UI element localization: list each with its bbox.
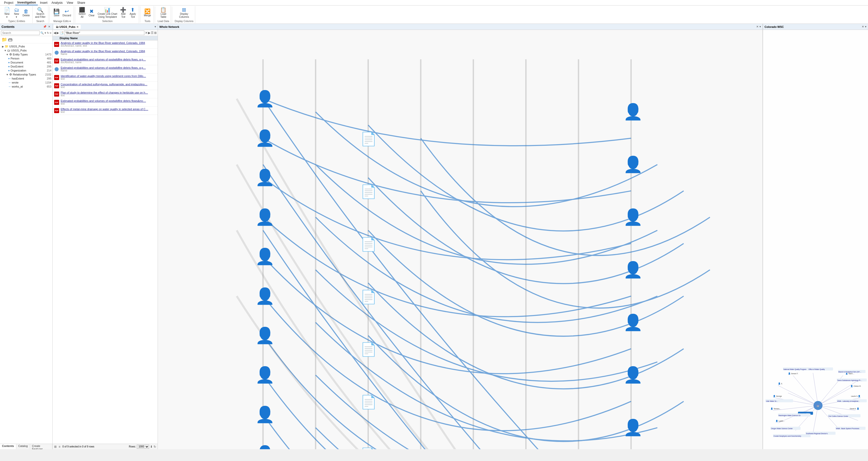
list-item[interactable]: PDF Effects of metal-mine drainage on wa… — [53, 107, 158, 115]
svg-text:Crustal Geophysics and Geochem: Crustal Geophysics and Geochemistry — [774, 435, 801, 437]
merge-button[interactable]: 🔀 Merge — [143, 8, 152, 18]
svg-text:Laurie S.: Laurie S. — [851, 395, 858, 397]
create-link-chart-button[interactable]: 📊 Create Link ChartUsing Template▾ — [97, 7, 118, 19]
tree-item-works-at[interactable]: → works_at 653 — [0, 85, 52, 89]
list-item[interactable]: PDF Plan of study to determine the effec… — [53, 90, 158, 98]
svg-text:Washington Water Science Ctr: Washington Water Science Ctr — [779, 414, 801, 416]
status-table-icon: ⊞ — [54, 445, 57, 449]
contents-search-dropdown[interactable]: ▾ — [44, 31, 46, 35]
delete-button[interactable]: 🗑 Delete — [22, 8, 31, 18]
nav-icon[interactable]: 📑 — [60, 31, 63, 35]
search-options-icon[interactable]: ☰ — [151, 31, 154, 35]
grid-view-icon[interactable]: ⊞ — [154, 31, 157, 35]
download-icon[interactable]: ⬇ — [150, 445, 153, 449]
menu-view[interactable]: View — [65, 0, 75, 5]
colorado-wsc-header: Colorado WSC ✕ ▾ — [763, 24, 868, 30]
svg-text:👤: 👤 — [623, 366, 643, 384]
menu-investigation[interactable]: Investigation — [15, 0, 38, 5]
svg-text:👤: 👤 — [255, 89, 275, 108]
add-to-button[interactable]: ➕ AddTo▾ — [119, 7, 128, 19]
col-display-name: Display Name — [60, 37, 157, 40]
tab-contents[interactable]: Contents — [0, 444, 16, 449]
tree-item-organization[interactable]: ● Organization 214 — [0, 68, 52, 73]
tree-item-usgs-pubs-root[interactable]: ▶ 📁 USGS_Pubs — [0, 45, 52, 49]
colo-expand-icon[interactable]: ▾ — [865, 25, 867, 28]
svg-text:📄: 📄 — [360, 342, 377, 357]
clear-button[interactable]: ✖ Clear — [87, 8, 96, 18]
tree-item-hasextent[interactable]: → hasExtent 295 — [0, 77, 52, 81]
display-columns-icon: ⊞ — [182, 7, 186, 12]
list-item[interactable]: PDF Analysis of water quality in the Blu… — [53, 40, 158, 49]
person-icon: ● — [8, 57, 10, 60]
run-search-icon[interactable]: ▶ — [148, 31, 150, 35]
apply-to-button[interactable]: ⬆ ApplyTo▾ — [128, 7, 137, 19]
load-table-button[interactable]: 📋 LoadTable — [159, 7, 168, 19]
svg-text:👤: 👤 — [255, 326, 275, 345]
svg-text:👤: 👤 — [776, 420, 778, 422]
expand-icon[interactable]: ▾ — [760, 25, 761, 28]
folder-small-icon: 📁 — [5, 45, 8, 48]
menu-project[interactable]: Project — [2, 0, 15, 5]
tab-close-button[interactable]: ✕ — [76, 26, 79, 28]
data-list: PDF Analysis of water quality in the Blu… — [53, 40, 158, 444]
hasextent-arrow-icon: → — [8, 77, 11, 80]
list-icon[interactable]: ≡ — [50, 31, 51, 34]
tree-item-usgs-pubs[interactable]: ▼ 🗂 USGS_Pubs — [0, 49, 52, 52]
pin-icon[interactable]: 📌 — [42, 25, 47, 29]
list-item[interactable]: Estimated probabilities and volumes of p… — [53, 65, 158, 74]
refresh-icon[interactable]: ↻ — [47, 31, 49, 35]
search-bar: ◀ ▶ 📑 ✕ ▶ ☰ ⊞ — [53, 30, 158, 36]
tree-item-document[interactable]: ● Document 481 — [0, 60, 52, 64]
wrote-arrow-icon: → — [8, 81, 11, 84]
discard-button[interactable]: ↩ Discard — [62, 8, 72, 18]
display-columns-button[interactable]: ⊞ DisplayColumns — [178, 7, 190, 19]
tab-catalog[interactable]: Catalog — [16, 444, 30, 449]
menu-share[interactable]: Share — [75, 0, 87, 5]
contents-header: Contents 📌 ✕ — [0, 24, 52, 30]
whole-network-title: Whole Network — [159, 25, 756, 28]
list-item[interactable]: PDF Estimated probabilities and volumes … — [53, 98, 158, 107]
ribbon-group-types: 📄 New▾ 🗂 New▾ 🗑 Delete Types | Entities — [1, 6, 33, 23]
ribbon-group-display-columns: ⊞ DisplayColumns Display Columns — [173, 6, 195, 23]
tree-item-docextent[interactable]: ● DocExtent 295 — [0, 64, 52, 68]
tree-item-person[interactable]: ● Person 483 — [0, 56, 52, 60]
docextent-icon: ● — [8, 65, 10, 68]
select-all-button[interactable]: ⬛ SelectAll — [78, 7, 87, 19]
expand-panel-icon[interactable]: ▾ — [154, 25, 157, 29]
menu-analysis[interactable]: Analysis — [49, 0, 65, 5]
rows-select[interactable]: 1000 500 100 — [137, 445, 149, 449]
new-button[interactable]: 📄 New▾ — [2, 7, 11, 19]
add-to-icon: ➕ — [120, 7, 126, 12]
menu-insert[interactable]: Insert — [38, 0, 49, 5]
svg-text:📄: 📄 — [360, 289, 377, 305]
svg-text:Office of Water Quality: Office of Water Quality — [809, 369, 825, 371]
tree-item-entity-types[interactable]: ▼ ⚙ Entity Types 1473 — [0, 52, 52, 56]
contents-search-input[interactable] — [1, 31, 39, 35]
save-button[interactable]: 💾 Save — [52, 8, 61, 18]
search-icon[interactable]: 🔍 — [40, 31, 44, 35]
main-layout: Contents 📌 ✕ 🔍 ▾ ↻ ≡ 📁 🗃 ▶ 📁 USGS_Pubs — [0, 24, 868, 449]
tree-item-wrote[interactable]: → wrote 1154 — [0, 81, 52, 85]
search-filter-button[interactable]: 🔍 Searchand Filter — [34, 7, 46, 19]
list-item[interactable]: PDF Estimated probabilities and volumes … — [53, 57, 158, 65]
row-title: Concentration of selected sulfonylurea, … — [61, 83, 157, 86]
refresh-data-icon[interactable]: ↻ — [154, 445, 156, 449]
close-colo-icon[interactable]: ✕ — [862, 25, 864, 28]
back-icon[interactable]: ◀ — [54, 31, 56, 35]
forward-icon[interactable]: ▶ — [57, 31, 59, 35]
colorado-wsc-title: Colorado WSC — [765, 25, 862, 28]
close-panel-x-icon[interactable]: ✕ — [756, 25, 758, 28]
clear-search-icon[interactable]: ✕ — [145, 31, 148, 35]
tab-create-features[interactable]: Create Features — [30, 444, 52, 449]
tools-group-label: Tools — [145, 20, 150, 23]
list-item[interactable]: PDF Identification of water-quality tren… — [53, 74, 158, 82]
whole-network-canvas: 👤 👤 👤 👤 👤 👤 👤 👤 👤 👤 👤 👤 — [158, 30, 763, 449]
list-item[interactable]: PDF Concentration of selected sulfonylur… — [53, 82, 158, 90]
arrow-icon: ▼ — [6, 73, 8, 76]
new-entity-button[interactable]: 🗂 New▾ — [12, 7, 21, 19]
list-item[interactable]: Analysis of water quality in the Blue Ri… — [53, 49, 158, 57]
close-panel-icon[interactable]: ✕ — [48, 25, 51, 29]
search-field[interactable] — [64, 31, 144, 35]
data-tab-usgs-pubs[interactable]: 🗂 USGS_Pubs ✕ — [54, 25, 81, 29]
tree-item-relationship-types[interactable]: ▼ ⚙ Relationship Types 2102 — [0, 73, 52, 77]
